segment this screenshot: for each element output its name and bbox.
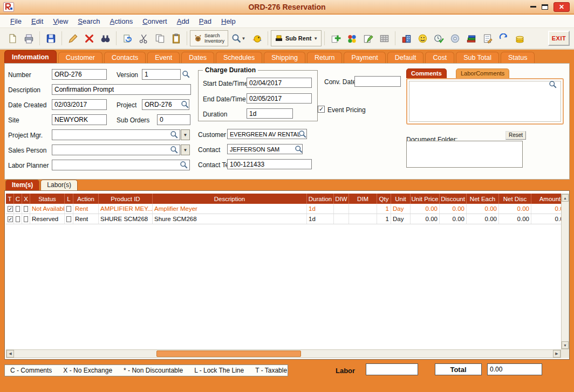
- add-item-button[interactable]: [327, 30, 344, 46]
- site-button[interactable]: [398, 30, 414, 46]
- row-checkbox-l[interactable]: [66, 206, 71, 212]
- comments-text-area[interactable]: [409, 81, 561, 122]
- scroll-left-button[interactable]: ◀: [6, 350, 14, 357]
- header-net-each[interactable]: Net Each: [467, 194, 499, 204]
- row-checkbox-x[interactable]: [24, 216, 28, 222]
- site-input[interactable]: [52, 114, 107, 125]
- sales-person-dropdown-button[interactable]: ▼: [181, 145, 190, 155]
- menu-convert[interactable]: Convert: [138, 15, 172, 27]
- duration-input[interactable]: [247, 108, 293, 119]
- menu-file[interactable]: File: [5, 15, 26, 27]
- header-x[interactable]: X: [22, 194, 30, 204]
- header-action[interactable]: Action: [73, 194, 99, 204]
- header-l[interactable]: L: [65, 194, 73, 204]
- row-checkbox-c[interactable]: [16, 206, 20, 212]
- labor-total-input[interactable]: [366, 363, 418, 375]
- groups-button[interactable]: [344, 30, 360, 46]
- new-document-button[interactable]: [4, 30, 20, 46]
- find-button[interactable]: [97, 30, 113, 46]
- refresh-button[interactable]: [495, 30, 511, 46]
- tab-customer[interactable]: Customer: [58, 52, 102, 64]
- tab-dates[interactable]: Dates: [181, 52, 214, 64]
- document-folder-box[interactable]: [406, 141, 523, 168]
- maximize-button[interactable]: [542, 4, 548, 10]
- customer-input[interactable]: [227, 129, 307, 139]
- menu-help[interactable]: Help: [216, 15, 241, 27]
- header-dim[interactable]: DIM: [349, 194, 377, 204]
- contact-search-icon[interactable]: [295, 145, 303, 154]
- row-checkbox-t[interactable]: ✓: [8, 206, 13, 212]
- header-c[interactable]: C: [14, 194, 22, 204]
- close-button[interactable]: ✕: [554, 2, 570, 12]
- version-search-icon[interactable]: [182, 70, 190, 79]
- row-checkbox-l[interactable]: [66, 216, 71, 222]
- header-discount[interactable]: Discount: [440, 194, 467, 204]
- tab-comments[interactable]: Comments: [406, 68, 447, 78]
- start-date-input[interactable]: [247, 78, 312, 88]
- save-button[interactable]: [43, 30, 59, 46]
- menu-edit[interactable]: Edit: [26, 15, 48, 27]
- menu-view[interactable]: View: [48, 15, 73, 27]
- notepad-button[interactable]: [479, 30, 495, 46]
- cut-button[interactable]: [135, 30, 152, 46]
- header-diw[interactable]: DIW: [334, 194, 349, 204]
- customer-search-icon[interactable]: [298, 130, 307, 139]
- search-dropdown-button[interactable]: ▼: [228, 30, 249, 46]
- copy-button[interactable]: [152, 30, 168, 46]
- tab-schedules[interactable]: Schedules: [216, 52, 262, 64]
- end-date-input[interactable]: [247, 93, 312, 104]
- stack-button[interactable]: [463, 30, 479, 46]
- header-unit[interactable]: Unit: [391, 194, 411, 204]
- header-t[interactable]: T: [6, 194, 14, 204]
- header-amount[interactable]: Amount: [531, 194, 561, 204]
- sales-person-search-icon[interactable]: [170, 146, 179, 154]
- tab-labor-comments[interactable]: LaborComments: [456, 68, 509, 78]
- project-mgr-input[interactable]: [52, 129, 180, 140]
- edit-notes-button[interactable]: [360, 30, 376, 46]
- menu-search[interactable]: Search: [73, 15, 105, 27]
- exit-button[interactable]: EXIT: [548, 31, 570, 46]
- confirm-button[interactable]: [430, 30, 447, 46]
- tab-cost[interactable]: Cost: [425, 52, 454, 64]
- menu-actions[interactable]: Actions: [105, 15, 138, 27]
- table-row[interactable]: ✓ Reserved Rent SHURE SCM268 Shure SCM26…: [6, 214, 561, 224]
- project-search-icon[interactable]: [181, 100, 189, 109]
- edit-button[interactable]: [65, 30, 81, 46]
- scroll-up-button[interactable]: ▲: [562, 194, 569, 202]
- project-mgr-dropdown-button[interactable]: ▼: [181, 129, 190, 140]
- sub-orders-input[interactable]: [157, 114, 190, 125]
- tab-sub-total[interactable]: Sub Total: [456, 52, 499, 64]
- contact-tel-input[interactable]: [227, 159, 312, 169]
- header-description[interactable]: Description: [153, 194, 307, 204]
- row-checkbox-x[interactable]: [24, 206, 28, 212]
- tab-items[interactable]: Item(s): [5, 180, 39, 190]
- tab-contacts[interactable]: Contacts: [104, 52, 146, 64]
- grid-button[interactable]: [376, 30, 392, 46]
- paste-button[interactable]: [168, 30, 184, 46]
- event-pricing-checkbox[interactable]: ✓: [318, 106, 325, 113]
- tab-status[interactable]: Status: [501, 52, 535, 64]
- table-row[interactable]: ✓ Not Available Rent AMPLIFIER MEY... Am…: [6, 204, 561, 214]
- horizontal-scrollbar[interactable]: ◀ ▶: [6, 349, 561, 358]
- contact-input[interactable]: [227, 144, 303, 154]
- scrollbar-thumb[interactable]: [156, 350, 301, 357]
- version-input[interactable]: [142, 69, 181, 80]
- tab-information[interactable]: Information: [4, 50, 57, 64]
- header-unit-price[interactable]: Unit Price: [411, 194, 440, 204]
- print-button[interactable]: [20, 30, 37, 46]
- labor-planner-search-icon[interactable]: [180, 161, 188, 169]
- date-created-input[interactable]: [52, 99, 107, 110]
- project-mgr-search-icon[interactable]: [170, 130, 179, 139]
- tab-shipping[interactable]: Shipping: [264, 52, 305, 64]
- bird-button[interactable]: [249, 30, 265, 46]
- tab-return[interactable]: Return: [307, 52, 343, 64]
- convert-button[interactable]: [119, 30, 135, 46]
- vertical-scrollbar[interactable]: ▲ ▼: [561, 194, 569, 349]
- smiley-button[interactable]: [414, 30, 430, 46]
- header-status[interactable]: Status: [30, 194, 65, 204]
- search-inventory-button[interactable]: SearchInventory: [190, 30, 228, 46]
- minimize-button[interactable]: [530, 6, 536, 8]
- conv-date-input[interactable]: [354, 76, 401, 87]
- header-duration[interactable]: Duration: [307, 194, 334, 204]
- menu-pad[interactable]: Pad: [194, 15, 216, 27]
